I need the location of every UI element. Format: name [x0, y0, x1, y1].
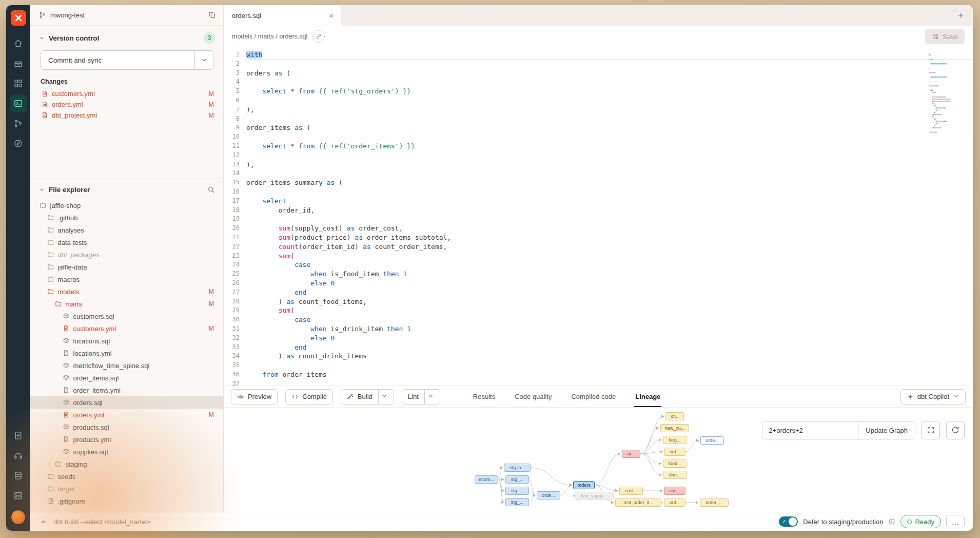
- refresh-button[interactable]: [946, 421, 965, 439]
- tree-item-locations.sql[interactable]: locations.sql: [30, 335, 223, 347]
- tab-code-quality[interactable]: Code quality: [514, 386, 553, 407]
- editor-minimap[interactable]: [927, 52, 966, 141]
- search-icon[interactable]: [207, 186, 215, 194]
- tree-item-seeds[interactable]: seeds: [30, 470, 223, 483]
- chevron-down-icon[interactable]: [38, 35, 45, 42]
- defer-toggle[interactable]: ✓: [779, 516, 798, 527]
- tree-item-macros[interactable]: macros: [30, 273, 223, 285]
- nav-item-apps[interactable]: [10, 74, 27, 92]
- nav-item-editor[interactable]: [10, 94, 27, 112]
- tree-item-order_items.yml[interactable]: order_items.yml: [30, 384, 223, 396]
- lint-dropdown-icon[interactable]: [427, 393, 434, 401]
- tree-item-data-tests[interactable]: data-tests: [30, 236, 223, 248]
- tree-item-order_items.sql[interactable]: order_items.sql: [30, 372, 223, 384]
- nav-item-explore[interactable]: [10, 134, 27, 152]
- tree-item-.gitignore[interactable]: .gitignore: [30, 495, 223, 507]
- commit-and-sync-button[interactable]: Commit and sync: [41, 50, 213, 70]
- changed-file-dbt_project.yml[interactable]: dbt_project.yml M: [30, 110, 223, 121]
- lineage-selector-input[interactable]: [762, 421, 858, 439]
- dbt-copilot-button[interactable]: dbt Copilot: [900, 389, 966, 405]
- changed-file-customers.yml[interactable]: customers.yml M: [30, 88, 223, 99]
- tree-item-locations.yml[interactable]: locations.yml: [30, 347, 223, 359]
- save-button[interactable]: Save: [925, 29, 965, 44]
- lineage-node-cust...[interactable]: cust...: [619, 487, 643, 495]
- lineage-node-new_cu...[interactable]: new_cu...: [660, 424, 689, 432]
- tree-item-products.sql[interactable]: products.sql: [30, 421, 223, 433]
- compile-button[interactable]: Compile: [285, 389, 333, 405]
- lineage-node-stg_...[interactable]: stg_...: [505, 487, 529, 495]
- commit-options-dropdown[interactable]: [194, 51, 213, 69]
- folder-icon: [47, 263, 54, 271]
- tree-item-products.yml[interactable]: products.yml: [30, 433, 223, 446]
- lineage-node-cus...[interactable]: cus...: [664, 487, 685, 495]
- tree-item-metricflow_time_spine.sql[interactable]: metricflow_time_spine.sql: [30, 359, 223, 372]
- tab-orders-sql[interactable]: orders.sql ×: [224, 5, 341, 26]
- tab-compiled-code[interactable]: Compiled code: [570, 386, 617, 407]
- lineage-node-orders[interactable]: orders: [573, 481, 594, 489]
- fullscreen-button[interactable]: [922, 421, 940, 439]
- changed-file-orders.yml[interactable]: orders.yml M: [30, 99, 223, 110]
- project-branch-name[interactable]: mwong-test: [50, 11, 85, 19]
- tree-item-jaffle-shop[interactable]: jaffle-shop: [30, 199, 223, 212]
- tree-item-customers.yml[interactable]: customers.yml M: [30, 322, 223, 335]
- tree-item-dbt_packages[interactable]: dbt_packages: [30, 248, 223, 261]
- lineage-node-or...[interactable]: or...: [622, 450, 641, 458]
- lineage-node-drin...[interactable]: drin...: [663, 471, 687, 479]
- tree-item-models[interactable]: models M: [30, 285, 223, 298]
- new-tab-button[interactable]: +: [949, 10, 973, 21]
- tree-item-supplies.sql[interactable]: supplies.sql: [30, 446, 223, 458]
- nav-item-storage[interactable]: [10, 487, 27, 504]
- lineage-node-orde...[interactable]: orde...: [700, 436, 724, 445]
- lineage-node-stg_...[interactable]: stg_...: [505, 498, 529, 506]
- lint-button[interactable]: Lint: [402, 389, 440, 405]
- lineage-node-test_suppo...[interactable]: test_suppo...: [575, 492, 614, 500]
- tab-lineage[interactable]: Lineage: [634, 386, 661, 407]
- tree-item-analyses[interactable]: analyses: [30, 224, 223, 236]
- copilot-dropdown-icon[interactable]: [953, 393, 959, 401]
- tree-item-customers.sql[interactable]: customers.sql: [30, 310, 223, 322]
- user-avatar[interactable]: [11, 510, 26, 525]
- tree-item-staging[interactable]: staging: [30, 458, 223, 470]
- lineage-node-ord...[interactable]: ord...: [664, 448, 685, 456]
- lineage-node-larg...[interactable]: larg...: [663, 436, 687, 444]
- expand-command-bar-button[interactable]: [40, 518, 47, 526]
- nav-item-home[interactable]: [10, 34, 27, 52]
- info-icon[interactable]: [888, 518, 895, 525]
- tree-item-marts[interactable]: marts M: [30, 298, 223, 310]
- tree-item-orders.sql[interactable]: orders.sql: [30, 396, 223, 409]
- link-icon[interactable]: [312, 30, 325, 43]
- lineage-node-or...[interactable]: or...: [665, 412, 684, 420]
- more-options-button[interactable]: …: [946, 515, 965, 528]
- nav-item-support[interactable]: [10, 447, 27, 464]
- lineage-node-test_order_it...[interactable]: test_order_it...: [615, 498, 661, 507]
- tree-item-orders.yml[interactable]: orders.yml M: [30, 409, 223, 421]
- tree-item-jaffle-data[interactable]: jaffle-data: [30, 261, 223, 273]
- lineage-node-orde...[interactable]: orde...: [537, 491, 560, 499]
- lineage-node-food...[interactable]: food...: [663, 459, 687, 468]
- nav-item-history[interactable]: [10, 467, 27, 484]
- copy-icon[interactable]: [208, 11, 216, 19]
- nav-item-orchestration[interactable]: [10, 114, 27, 132]
- build-dropdown-icon[interactable]: [381, 393, 388, 401]
- build-button[interactable]: Build: [341, 389, 394, 405]
- close-tab-icon[interactable]: ×: [329, 12, 334, 20]
- tree-item-.github[interactable]: .github: [30, 212, 223, 224]
- branch-icon: [38, 11, 46, 19]
- lineage-node-ecom...[interactable]: ecom...: [475, 475, 498, 484]
- update-graph-button[interactable]: Update Graph: [858, 421, 915, 439]
- lineage-node-stg_o...[interactable]: stg_o...: [504, 464, 530, 472]
- chevron-down-icon[interactable]: [38, 186, 45, 193]
- code-editor[interactable]: 1234567891011121314151617181920212223242…: [224, 47, 973, 386]
- dbt-logo-icon[interactable]: [11, 10, 26, 26]
- tab-results[interactable]: Results: [472, 386, 496, 407]
- lineage-node-ord...[interactable]: ord...: [664, 498, 685, 507]
- lineage-node-order_...[interactable]: order_...: [700, 498, 729, 507]
- command-input[interactable]: dbt build --select <model_name>: [53, 518, 150, 526]
- code-content[interactable]: with orders as ( select * from {{ ref('s…: [246, 50, 973, 386]
- file-icon: [63, 387, 70, 394]
- nav-item-warehouse[interactable]: [10, 54, 27, 72]
- preview-button[interactable]: Preview: [231, 389, 278, 405]
- nav-item-changelog[interactable]: [10, 427, 27, 444]
- tree-item-target[interactable]: target: [30, 483, 223, 495]
- lineage-node-stg_...[interactable]: stg_...: [505, 475, 529, 484]
